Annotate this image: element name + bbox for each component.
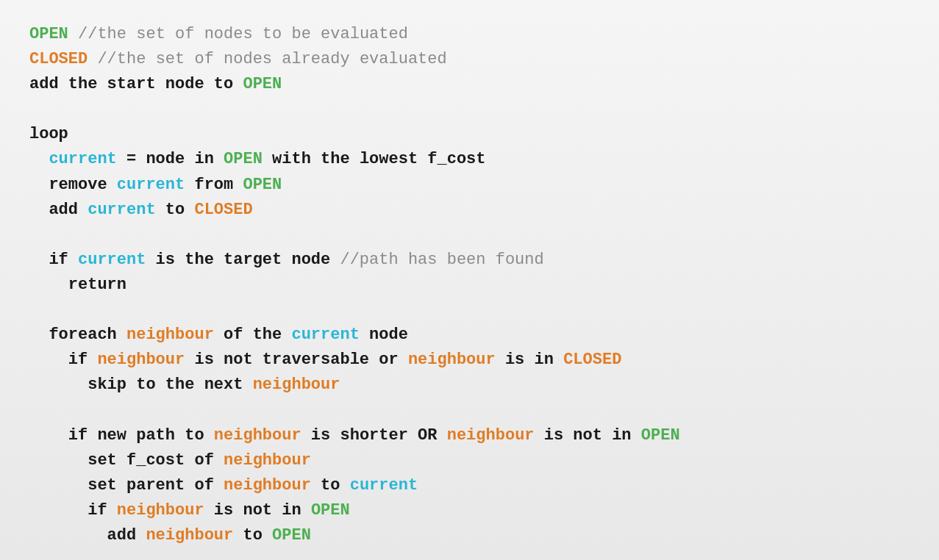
- current-keyword-6: current: [350, 476, 418, 495]
- code-block: OPEN //the set of nodes to be evaluated …: [29, 22, 910, 548]
- open-keyword-2: OPEN: [243, 75, 282, 93]
- current-keyword-5: current: [291, 326, 359, 344]
- code-line-3: add the start node to OPEN: [29, 72, 910, 97]
- code-line-12: skip to the next neighbour: [29, 373, 910, 398]
- code-line-16: if neighbour is not in OPEN: [29, 498, 910, 523]
- code-line-15: set parent of neighbour to current: [29, 473, 910, 498]
- neighbour-keyword-10: neighbour: [146, 526, 233, 545]
- current-keyword-4: current: [78, 251, 146, 269]
- neighbour-keyword-7: neighbour: [224, 451, 311, 470]
- code-line-14: set f_cost of neighbour: [29, 448, 910, 473]
- blank-line-1: [29, 97, 910, 122]
- neighbour-keyword-1: neighbour: [126, 326, 214, 344]
- code-line-1: OPEN //the set of nodes to be evaluated: [29, 22, 910, 47]
- code-line-9: return: [29, 273, 910, 298]
- neighbour-keyword-2: neighbour: [97, 351, 185, 369]
- code-line-13: if new path to neighbour is shorter OR n…: [29, 423, 910, 448]
- code-line-7: add current to CLOSED: [29, 198, 910, 223]
- comment-1: //the set of nodes to be evaluated: [78, 25, 408, 43]
- open-keyword-3: OPEN: [224, 150, 263, 168]
- comment-3: //path has been found: [340, 251, 543, 269]
- neighbour-keyword-6: neighbour: [447, 426, 535, 445]
- neighbour-keyword-5: neighbour: [214, 426, 301, 445]
- blank-line-4: [29, 398, 910, 423]
- neighbour-keyword-4: neighbour: [253, 376, 340, 394]
- neighbour-keyword-9: neighbour: [117, 501, 204, 520]
- open-keyword-1: OPEN: [29, 25, 68, 43]
- open-keyword-6: OPEN: [311, 501, 350, 520]
- current-keyword-1: current: [49, 150, 116, 168]
- current-keyword-3: current: [88, 201, 155, 219]
- code-line-5: current = node in OPEN with the lowest f…: [29, 147, 910, 172]
- current-keyword-2: current: [117, 176, 185, 194]
- code-line-10: foreach neighbour of the current node: [29, 323, 910, 348]
- code-line-11: if neighbour is not traversable or neigh…: [29, 348, 910, 373]
- code-line-2: CLOSED //the set of nodes already evalua…: [29, 47, 910, 72]
- neighbour-keyword-8: neighbour: [224, 476, 311, 495]
- closed-keyword-3: CLOSED: [563, 351, 621, 369]
- closed-keyword-2: CLOSED: [194, 201, 252, 219]
- code-line-4: loop: [29, 122, 910, 147]
- closed-keyword-1: CLOSED: [29, 50, 88, 68]
- code-line-6: remove current from OPEN: [29, 173, 910, 198]
- neighbour-keyword-3: neighbour: [408, 351, 496, 369]
- open-keyword-4: OPEN: [243, 176, 282, 194]
- code-line-8: if current is the target node //path has…: [29, 248, 910, 273]
- code-line-17: add neighbour to OPEN: [29, 523, 910, 548]
- comment-2: //the set of nodes already evaluated: [97, 50, 446, 68]
- open-keyword-7: OPEN: [272, 526, 311, 545]
- blank-line-3: [29, 298, 910, 323]
- blank-line-2: [29, 223, 910, 248]
- open-keyword-5: OPEN: [641, 426, 680, 445]
